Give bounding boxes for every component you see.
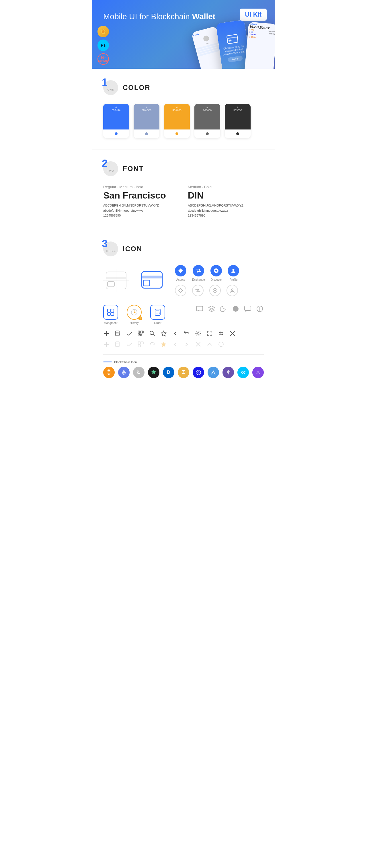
icon-expand	[206, 330, 213, 338]
icon-star-filled	[161, 341, 167, 349]
font-section-header: 2 TWO FONT	[103, 161, 264, 176]
icon-check-2	[126, 341, 133, 349]
icon-check	[126, 330, 133, 338]
svg-rect-8	[106, 277, 126, 279]
icon-exchange-outline	[192, 285, 204, 296]
svg-rect-26	[155, 309, 160, 315]
svg-rect-4	[228, 39, 232, 41]
svg-rect-21	[108, 309, 110, 312]
icon-gem	[223, 367, 234, 378]
svg-point-40	[150, 331, 153, 335]
screens-badge: 60+ Screens	[97, 53, 109, 65]
svg-rect-37	[139, 332, 140, 333]
divider	[103, 354, 264, 355]
color-section-header: 1 ONE COLOR	[103, 80, 264, 95]
font-grid: Regular · Medium · Bold San Francisco AB…	[103, 185, 264, 218]
font-sf: Regular · Medium · Bold San Francisco AB…	[103, 185, 179, 218]
section-number-2: 2 TWO	[103, 161, 118, 176]
svg-rect-9	[108, 282, 114, 287]
icon-litecoin: Ł	[133, 367, 144, 378]
svg-point-49	[221, 343, 221, 343]
svg-point-29	[233, 306, 238, 312]
icon-plus	[103, 330, 110, 338]
icon-profile: Profile	[228, 265, 239, 281]
svg-marker-17	[179, 288, 182, 292]
swatch-bluegray: #8DA0C8	[134, 104, 160, 138]
svg-point-19	[215, 290, 216, 291]
photoshop-badge: Ps	[97, 39, 109, 51]
blockchain-label: BlockChain Icon	[103, 361, 264, 364]
hero-badges: Ps 60+ Screens	[97, 26, 109, 65]
icon-dash: D	[163, 367, 174, 378]
svg-rect-30	[245, 306, 251, 311]
icon-zcash: Z	[178, 367, 189, 378]
svg-rect-22	[111, 309, 114, 312]
svg-point-20	[231, 289, 233, 290]
sketch-badge	[97, 26, 109, 37]
svg-point-50	[198, 372, 199, 373]
icon-qr-2	[138, 341, 144, 349]
icon-qr	[138, 330, 144, 338]
icon-back-2	[172, 341, 178, 349]
svg-point-32	[259, 307, 260, 308]
icon-assets-outline	[175, 285, 186, 296]
svg-rect-39	[139, 334, 140, 336]
icon-chat	[196, 305, 204, 314]
blockchain-line	[103, 362, 112, 362]
swatch-gray: #666666	[194, 104, 220, 138]
icon-matic	[252, 367, 264, 378]
svg-rect-3	[227, 37, 237, 39]
app-icons-row: Mangment ! History	[103, 305, 264, 324]
swatch-blue: #3574FA	[103, 104, 129, 138]
color-swatches-container: #3574FA #8DA0C8 #F5A623 #666666 #303030	[103, 104, 264, 138]
icon-plus-2	[103, 341, 110, 349]
icon-settings	[195, 330, 201, 338]
blockchain-icons-row: ₿ Ł D Z	[103, 367, 264, 378]
icon-forward-2	[184, 341, 190, 349]
svg-rect-2	[227, 34, 238, 44]
icon-info	[256, 305, 264, 314]
svg-rect-24	[111, 313, 114, 315]
svg-rect-27	[159, 313, 160, 314]
svg-rect-11	[142, 276, 162, 278]
svg-rect-23	[108, 313, 110, 315]
icon-doc-2	[115, 341, 121, 349]
font-din: Medium · Bold DIN ABCDEFGHIJKLMNOPQRSTUV…	[188, 185, 264, 218]
icon-star	[161, 330, 167, 338]
icon-discover: Discover	[210, 265, 222, 281]
icon-moon	[220, 305, 228, 314]
svg-rect-46	[138, 345, 140, 347]
icon-profile-outline	[227, 285, 238, 296]
svg-rect-28	[196, 306, 203, 311]
icon-circle-fill	[232, 305, 240, 314]
icon-x-2	[195, 341, 201, 349]
action-icons-row-2	[103, 341, 264, 349]
icon-bitcoin: ₿	[103, 367, 115, 378]
svg-rect-12	[143, 280, 150, 286]
icon-order: Order	[150, 305, 165, 324]
phone-right: myWallet $6,297,502.12 ₿BTC788-2003 ΞETH…	[244, 22, 275, 69]
icon-back	[172, 330, 178, 338]
icon-poa	[237, 367, 249, 378]
swatch-orange: #F5A623	[164, 104, 190, 138]
icon-doc-edit	[115, 330, 121, 338]
icon-section-header: 3 THREE ICON	[103, 242, 264, 256]
section-number-3: 3 THREE	[103, 242, 118, 256]
icon-layers	[207, 305, 216, 314]
icon-exchange: Exchange	[192, 265, 205, 281]
svg-marker-47	[161, 342, 166, 347]
svg-marker-41	[161, 331, 166, 336]
icon-dark	[148, 367, 160, 378]
swatch-dark: #303030	[225, 104, 251, 138]
phone-mockups: Profile AI... Character may be mastere	[155, 11, 275, 69]
icon-ethereum	[118, 367, 130, 378]
icon-management: Mangment	[103, 305, 118, 324]
icon-search	[149, 330, 156, 338]
nav-icons-group: Assets Exchange	[175, 265, 239, 296]
icon-waves	[207, 367, 219, 378]
icon-share	[184, 330, 190, 338]
icon-message-sq	[244, 305, 252, 314]
icon-discover-outline	[209, 285, 221, 296]
hero-section: Mobile UI for Blockchain Wallet UI Kit P…	[92, 0, 275, 69]
icon-refresh-2	[149, 341, 156, 349]
